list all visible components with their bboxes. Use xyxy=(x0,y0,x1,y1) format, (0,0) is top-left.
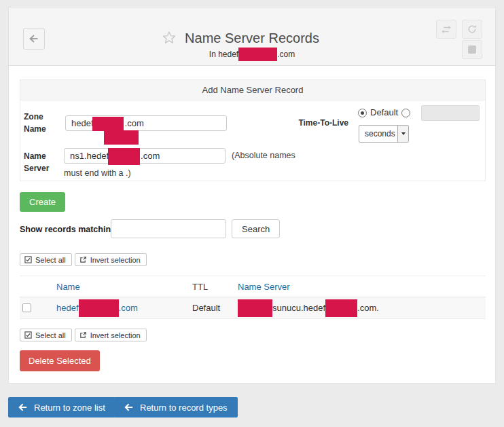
subtitle-suffix: .com xyxy=(277,50,295,59)
name-server-label: Name Server xyxy=(24,150,56,174)
check-square-icon xyxy=(24,256,32,263)
records-table: Name TTL Name Server hedef.com Default s… xyxy=(20,276,486,319)
content-panel: Add Name Server Record Zone Name hedef .… xyxy=(8,66,496,384)
row-checkbox[interactable] xyxy=(22,303,31,312)
refresh-button[interactable] xyxy=(462,20,482,39)
stop-icon xyxy=(468,45,476,54)
subtitle-prefix: In hedef xyxy=(209,50,238,59)
name-server-hint-line1: (Absolute names xyxy=(232,151,295,160)
column-header-name-server[interactable]: Name Server xyxy=(238,282,290,292)
invert-selection-label: Invert selection xyxy=(90,331,141,339)
repeat-button[interactable] xyxy=(436,20,456,39)
select-caret-box xyxy=(397,126,408,142)
return-to-zone-list-label: Return to zone list xyxy=(34,403,105,413)
return-to-record-types-label: Return to record types xyxy=(140,403,228,413)
name-server-value-prefix: ns1.hedef xyxy=(70,151,109,161)
add-record-form: Add Name Server Record Zone Name hedef .… xyxy=(20,79,486,181)
redaction xyxy=(108,148,140,165)
return-to-record-types-button[interactable]: Return to record types xyxy=(114,397,238,417)
page-title: Name Server Records xyxy=(185,30,319,46)
share-square-icon xyxy=(79,256,87,263)
stop-button[interactable] xyxy=(462,40,482,59)
redaction xyxy=(325,299,357,317)
page-header-panel: Name Server Records In hedef.com xyxy=(8,7,496,66)
search-button[interactable]: Search xyxy=(232,219,280,238)
select-all-button[interactable]: Select all xyxy=(20,253,72,266)
record-ns-mid: sunucu.hedef xyxy=(272,303,325,313)
repeat-icon xyxy=(441,25,452,34)
table-row: hedef.com Default sunucu.hedef.com. xyxy=(20,297,486,319)
page-subtitle: In hedef.com xyxy=(9,46,495,62)
delete-selected-button[interactable]: Delete Selected xyxy=(20,350,100,371)
record-name-suffix: .com xyxy=(119,303,138,313)
name-server-value-suffix: .com xyxy=(141,151,160,161)
redaction xyxy=(104,130,139,145)
search-label: Show records matching: xyxy=(20,225,119,234)
create-button[interactable]: Create xyxy=(20,192,65,212)
share-square-icon xyxy=(79,331,87,339)
ttl-custom-value-input[interactable] xyxy=(421,105,480,121)
record-ns-suffix: .com. xyxy=(357,303,379,313)
arrow-left-icon xyxy=(18,403,28,411)
redaction xyxy=(92,117,124,131)
ttl-default-radio[interactable] xyxy=(358,109,367,117)
column-header-name[interactable]: Name xyxy=(56,282,80,292)
record-ttl: Default xyxy=(192,303,220,313)
select-all-label: Select all xyxy=(35,331,66,339)
invert-selection-label: Invert selection xyxy=(90,256,141,264)
caret-down-icon xyxy=(401,132,406,135)
ttl-unit-selected: seconds xyxy=(359,129,397,138)
ttl-custom-radio[interactable] xyxy=(401,109,410,117)
column-header-ttl: TTL xyxy=(192,282,208,292)
return-to-zone-list-button[interactable]: Return to zone list xyxy=(8,397,115,417)
check-square-icon xyxy=(24,331,32,339)
zone-name-value-suffix: .com xyxy=(125,118,144,128)
zone-name-input[interactable]: hedef .com xyxy=(65,115,227,131)
title-block: Name Server Records In hedef.com xyxy=(9,30,495,62)
invert-selection-button[interactable]: Invert selection xyxy=(75,329,147,341)
star-icon[interactable] xyxy=(162,31,177,48)
form-title: Add Name Server Record xyxy=(20,80,485,100)
redaction xyxy=(79,299,119,317)
ttl-label: Time-To-Live xyxy=(289,117,348,129)
zone-name-value-prefix: hedef xyxy=(71,118,94,128)
selection-buttons-bottom: Select all Invert selection xyxy=(20,329,147,341)
name-server-input[interactable]: ns1.hedef .com xyxy=(64,148,226,164)
record-name-link[interactable]: hedef.com xyxy=(56,299,138,317)
zone-name-label: Zone Name xyxy=(24,111,56,135)
select-all-button[interactable]: Select all xyxy=(20,329,72,341)
selection-buttons-top: Select all Invert selection xyxy=(20,253,147,266)
record-name-prefix: hedef xyxy=(56,303,79,313)
table-header-row: Name TTL Name Server xyxy=(20,276,486,297)
form-body: Zone Name hedef .com Time-To-Live Defaul… xyxy=(20,100,485,181)
refresh-icon xyxy=(467,24,477,34)
select-all-label: Select all xyxy=(35,256,66,264)
name-server-hint-line2: must end with a .) xyxy=(64,168,131,178)
page-title-text: Name Server Records xyxy=(185,31,319,45)
invert-selection-button[interactable]: Invert selection xyxy=(75,253,147,266)
redaction xyxy=(238,299,272,317)
ttl-unit-select[interactable]: seconds xyxy=(359,125,409,143)
ttl-default-radio-label: Default xyxy=(370,107,398,117)
search-input[interactable] xyxy=(111,219,226,238)
redaction xyxy=(238,48,277,61)
arrow-left-icon xyxy=(124,403,134,411)
